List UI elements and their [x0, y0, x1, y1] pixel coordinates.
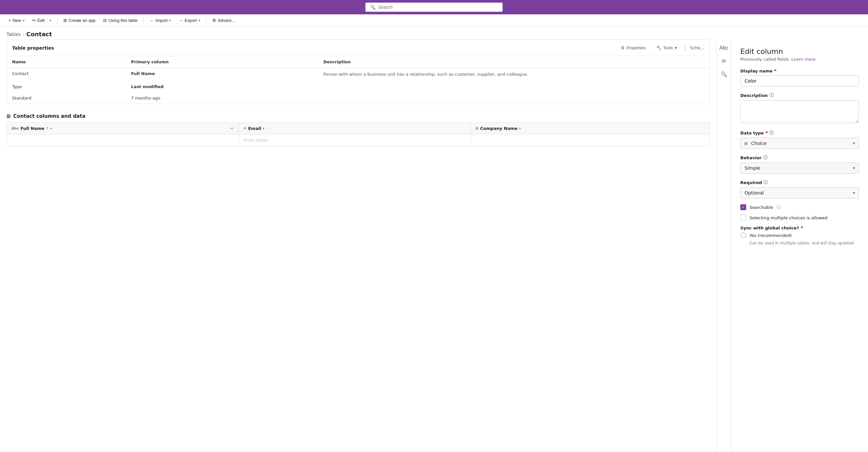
breadcrumb-current: Contact	[27, 31, 52, 37]
properties-icon: ⚙	[621, 45, 625, 50]
edit-button[interactable]: ✏ Edit ▾	[29, 16, 55, 25]
properties-button[interactable]: ⚙ Properties	[618, 44, 649, 52]
searchable-label: Searchable	[749, 205, 773, 210]
multiple-choices-checkbox[interactable]	[740, 215, 746, 221]
last-modified-val: 7 months ago	[126, 92, 318, 104]
last-modified-label: Last modified	[126, 81, 318, 92]
sync-global-label: Sync with global choice? *	[740, 225, 859, 230]
advanced-icon: ⚙	[212, 18, 216, 23]
company-col-icon: ⊞	[475, 126, 478, 131]
toolbar-sep-1	[57, 17, 58, 24]
data-type-label: Data type * ⓘ	[740, 130, 859, 136]
required-select[interactable]: Optional Required	[740, 187, 859, 198]
main-layout: Table properties ⚙ Properties 🔧 Tools ▾ …	[0, 39, 868, 452]
full-name-label: Full Name	[21, 126, 44, 131]
abc-side-icon[interactable]: Abc	[718, 42, 730, 54]
table-row: Contact Full Name Person with whom a bus…	[7, 68, 710, 81]
properties-table: Name Primary column Description Contact …	[7, 56, 710, 104]
import-button[interactable]: ← Import ▾	[146, 16, 174, 25]
import-icon: ←	[150, 18, 154, 23]
fullname-cell	[7, 134, 239, 146]
sync-global-group: Sync with global choice? * Yes (recommen…	[740, 225, 859, 246]
using-table-button[interactable]: ⊟ Using this table	[100, 16, 141, 25]
breadcrumb-separator: ›	[23, 32, 25, 37]
radio-yes-row: Yes (recommended)	[740, 232, 859, 238]
behavior-select[interactable]: Simple Calculated Rollup	[740, 163, 859, 173]
email-label: Email	[248, 126, 261, 131]
company-col-header[interactable]: ⊞ Company Name ▾	[471, 122, 710, 134]
email-cell[interactable]: Enter email	[239, 134, 471, 146]
new-chevron: ▾	[23, 19, 25, 22]
data-type-group: Data type * ⓘ ⊞ Choice Text Number Date …	[740, 130, 859, 149]
new-button[interactable]: + New ▾	[5, 16, 28, 25]
export-icon: →	[179, 18, 183, 23]
multiple-choices-label: Selecting multiple choices is allowed	[749, 216, 828, 220]
toolbar-sep-3	[206, 17, 207, 24]
display-name-label: Display name *	[740, 68, 859, 73]
row-name: Contact	[7, 68, 126, 81]
behavior-info-icon: ⓘ	[763, 155, 768, 161]
card-vertical-sep: |	[684, 44, 686, 51]
breadcrumb: Tables › Contact	[0, 27, 868, 39]
display-name-input[interactable]	[740, 75, 859, 87]
last-modified-value	[318, 81, 710, 92]
search-box-container: 🔍	[365, 3, 503, 12]
description-info-icon: ⓘ	[769, 92, 774, 98]
data-type-select-wrap: ⊞ Choice Text Number Date and time Looku…	[740, 138, 859, 149]
tools-chevron: ▾	[675, 45, 677, 50]
behavior-label: Behavior ⓘ	[740, 155, 859, 161]
advanced-button[interactable]: ⚙ Advanc...	[209, 16, 239, 25]
description-textarea[interactable]	[740, 100, 859, 123]
share-side-icon[interactable]: ⟳	[718, 55, 730, 67]
empty-cell	[318, 92, 710, 104]
col-edit-icon[interactable]: ✏	[230, 126, 234, 131]
behavior-group: Behavior ⓘ Simple Calculated Rollup ▾	[740, 155, 859, 173]
schedule-tab: Sche...	[690, 45, 704, 50]
type-label: Type	[7, 81, 126, 92]
row-description: Person with whom a business unit has a r…	[318, 68, 710, 81]
data-table: Abc Full Name ↑ ▾ ✏ ✉ Email ▾	[6, 122, 710, 146]
table-row-values: Standard 7 months ago	[7, 92, 710, 104]
panel-title: Edit column	[740, 47, 859, 56]
email-sort-icon: ▾	[263, 127, 265, 130]
table-row-meta: Type Last modified	[7, 81, 710, 92]
panel-subtitle: Previously called fields. Learn more	[740, 57, 859, 62]
behavior-select-wrap: Simple Calculated Rollup ▾	[740, 163, 859, 173]
searchable-info-icon: ⓘ	[777, 204, 781, 210]
searchable-checkbox[interactable]	[740, 204, 746, 210]
data-type-select[interactable]: Choice Text Number Date and time Lookup	[740, 138, 859, 149]
table-properties-card: Table properties ⚙ Properties 🔧 Tools ▾ …	[6, 39, 710, 104]
edit-column-panel: Edit column Previously called fields. Le…	[731, 39, 868, 452]
toolbar: + New ▾ ✏ Edit ▾ ⊞ Create an app ⊟ Using…	[0, 14, 868, 27]
multiple-choices-row: Selecting multiple choices is allowed	[740, 215, 859, 221]
learn-more-link[interactable]: Learn more	[791, 57, 815, 62]
tools-icon: 🔧	[656, 45, 661, 50]
col-description-header: Description	[318, 56, 710, 68]
table-icon: ⊟	[103, 18, 107, 23]
email-col-icon: ✉	[243, 126, 246, 131]
col-name-header: Name	[7, 56, 126, 68]
app-icon: ⊞	[63, 18, 67, 23]
full-name-col-header[interactable]: Abc Full Name ↑ ▾ ✏	[7, 122, 239, 134]
columns-table-icon: ⊞	[6, 113, 11, 119]
tools-button[interactable]: 🔧 Tools ▾	[653, 44, 680, 52]
required-info-icon: ⓘ	[764, 180, 768, 185]
card-title: Table properties	[12, 45, 54, 51]
columns-section-title: Contact columns and data	[13, 113, 86, 119]
create-app-button[interactable]: ⊞ Create an app	[60, 16, 99, 25]
company-name-label: Company Name	[480, 126, 517, 131]
search-side-icon[interactable]: 🔍	[718, 68, 730, 80]
breadcrumb-parent[interactable]: Tables	[6, 32, 21, 37]
email-col-header[interactable]: ✉ Email ▾	[239, 122, 471, 134]
columns-section-header: ⊞ Contact columns and data	[6, 109, 710, 122]
data-row-1: Enter email	[7, 134, 710, 146]
required-select-wrap: Optional Required ▾	[740, 187, 859, 198]
radio-yes[interactable]	[740, 232, 746, 238]
export-button[interactable]: → Export ▾	[175, 16, 204, 25]
display-name-required: *	[774, 68, 777, 73]
export-chevron: ▾	[198, 19, 200, 22]
description-label: Description ⓘ	[740, 92, 859, 98]
toolbar-sep-2	[143, 17, 144, 24]
search-input[interactable]	[378, 5, 498, 10]
required-label: Required ⓘ	[740, 180, 859, 185]
